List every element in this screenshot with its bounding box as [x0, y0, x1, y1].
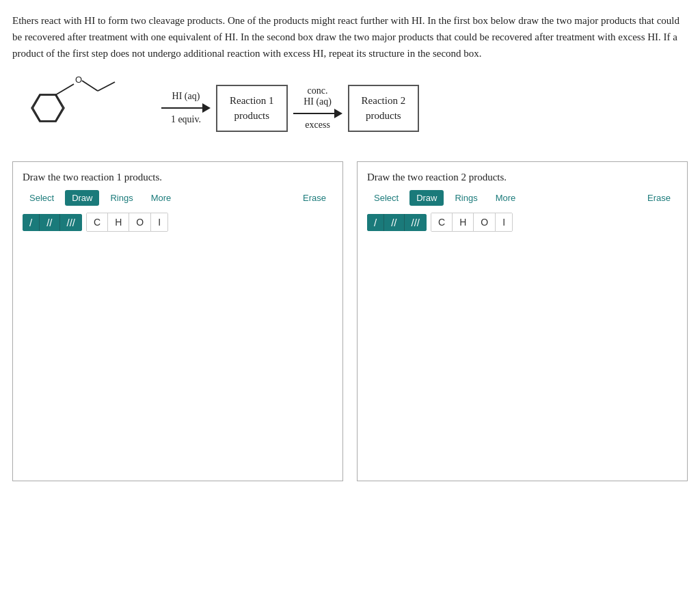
panel1-erase-btn[interactable]: Erase	[296, 190, 333, 206]
arrow2-top-line2: HI (aq)	[304, 96, 332, 107]
panel2-rings-btn[interactable]: Rings	[448, 190, 484, 206]
box1-line1: Reaction 1	[230, 93, 274, 109]
arrow2-top-line1: conc.	[308, 85, 328, 96]
panel2-triple-bond-btn[interactable]: ///	[405, 214, 427, 231]
box2-line2: products	[362, 108, 406, 124]
panel2-hydrogen-btn[interactable]: H	[453, 213, 474, 231]
draw-panel-1: Draw the two reaction 1 products. Select…	[12, 161, 343, 481]
svg-text:O: O	[75, 75, 82, 85]
panel2-more-btn[interactable]: More	[489, 190, 523, 206]
panels-row: Draw the two reaction 1 products. Select…	[12, 161, 688, 481]
panel2-title: Draw the two reaction 2 products.	[367, 172, 677, 183]
panel1-bond-group: / // ///	[23, 214, 82, 231]
panel1-draw-btn[interactable]: Draw	[65, 190, 99, 206]
panel2-canvas[interactable]	[367, 239, 677, 471]
panel1-double-bond-btn[interactable]: //	[40, 214, 59, 231]
panel2-bond-toolbar: / // /// C H O I	[367, 213, 677, 232]
reaction-box-2: Reaction 2 products	[348, 85, 420, 132]
reaction-box-1: Reaction 1 products	[216, 85, 288, 132]
panel1-canvas[interactable]	[23, 239, 333, 471]
draw-panel-2: Draw the two reaction 2 products. Select…	[357, 161, 688, 481]
panel1-title: Draw the two reaction 1 products.	[23, 172, 333, 183]
intro-text: Ethers react with HI to form two cleavag…	[12, 12, 688, 62]
svg-line-8	[55, 84, 74, 95]
panel2-bond-group: / // ///	[367, 214, 427, 231]
panel2-double-bond-btn[interactable]: //	[384, 214, 404, 231]
panel2-atom-group: C H O I	[431, 213, 513, 232]
arrow2-block: conc. HI (aq) excess	[293, 85, 342, 131]
panel1-toolbar: Select Draw Rings More Erase	[23, 190, 333, 206]
panel2-toolbar: Select Draw Rings More Erase	[367, 190, 677, 206]
svg-line-11	[98, 82, 115, 91]
panel1-select-btn[interactable]: Select	[23, 190, 61, 206]
panel2-erase-btn[interactable]: Erase	[641, 190, 677, 206]
panel2-carbon-btn[interactable]: C	[431, 213, 453, 231]
panel1-iodine-btn[interactable]: I	[151, 213, 167, 231]
panel1-triple-bond-btn[interactable]: ///	[60, 214, 83, 231]
box1-line2: products	[230, 108, 274, 124]
molecule-svg: O	[19, 74, 156, 142]
panel1-more-btn[interactable]: More	[144, 190, 178, 206]
panel2-oxygen-btn[interactable]: O	[474, 213, 496, 231]
panel2-draw-btn[interactable]: Draw	[409, 190, 444, 206]
panel1-single-bond-btn[interactable]: /	[23, 214, 40, 231]
arrow2-bottom-label: excess	[305, 120, 330, 131]
panel2-single-bond-btn[interactable]: /	[367, 214, 384, 231]
panel1-carbon-btn[interactable]: C	[87, 213, 108, 231]
reaction-diagram: O HI (aq) 1 equiv. Reaction 1 products c…	[19, 74, 688, 142]
arrow1-block: HI (aq) 1 equiv.	[161, 91, 211, 125]
svg-line-10	[82, 81, 98, 91]
panel2-select-btn[interactable]: Select	[367, 190, 405, 206]
panel1-hydrogen-btn[interactable]: H	[108, 213, 129, 231]
box2-line1: Reaction 2	[362, 93, 406, 109]
svg-marker-0	[31, 94, 64, 122]
panel1-atom-group: C H O I	[86, 213, 168, 232]
panel1-bond-toolbar: / // /// C H O I	[23, 213, 333, 232]
panel1-oxygen-btn[interactable]: O	[129, 213, 151, 231]
arrow1-top-label: HI (aq)	[172, 91, 200, 102]
panel1-rings-btn[interactable]: Rings	[103, 190, 139, 206]
panel2-iodine-btn[interactable]: I	[496, 213, 512, 231]
arrow1-bottom-label: 1 equiv.	[171, 114, 201, 125]
